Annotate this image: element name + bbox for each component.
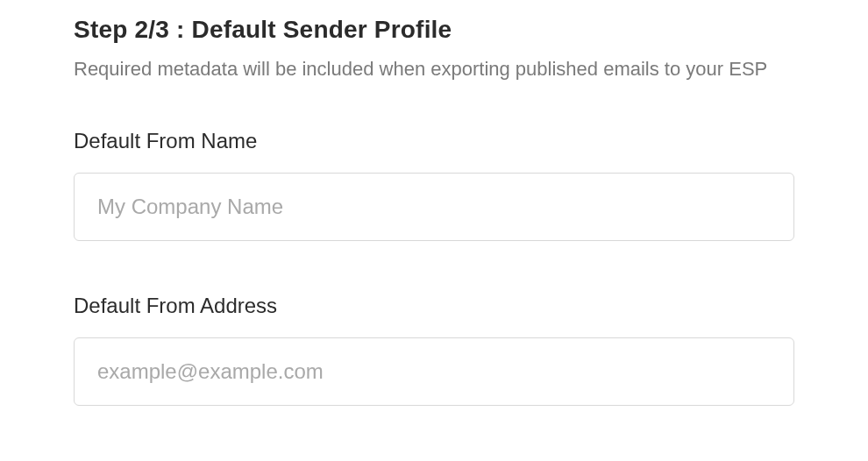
from-address-label: Default From Address — [74, 294, 794, 318]
step-title: Step 2/3 : Default Sender Profile — [74, 16, 794, 44]
from-name-label: Default From Name — [74, 129, 794, 153]
step-subtitle: Required metadata will be included when … — [74, 53, 775, 85]
from-name-input[interactable] — [74, 173, 794, 241]
form-group-from-name: Default From Name — [74, 129, 794, 241]
form-group-from-address: Default From Address — [74, 294, 794, 406]
from-address-input[interactable] — [74, 337, 794, 406]
